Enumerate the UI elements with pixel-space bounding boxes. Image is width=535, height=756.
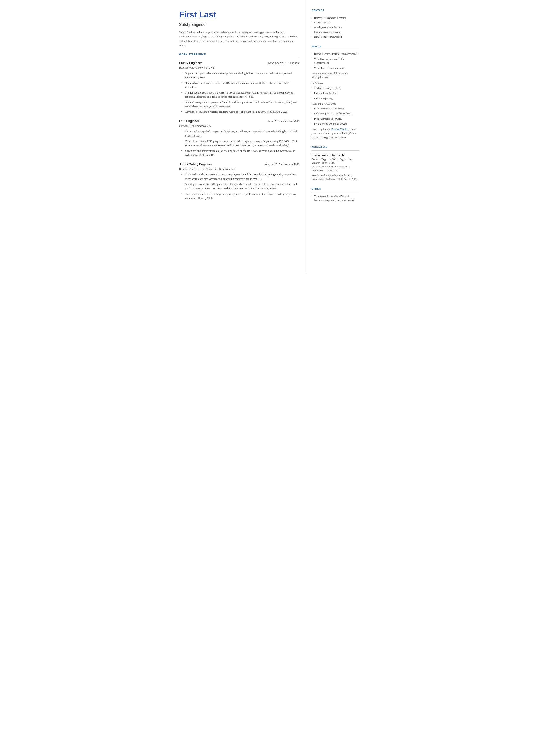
promo-text: Don't forget to use Resume Worded to sca…	[312, 127, 359, 140]
job-block-2: HSE Engineer June 2013 – October 2015 Gr…	[179, 119, 300, 157]
job-bullets-3: Evaluated ventilation systems to lessen …	[179, 173, 300, 200]
bullet-2-2: Ensured that annual HSE programs were in…	[182, 139, 300, 148]
edu-award-2: Occupational Health and Safety Award (20…	[312, 177, 359, 181]
job-block-3: Junior Safety Engineer August 2010 – Jan…	[179, 162, 300, 200]
contact-item-phone: +1-234-456-789	[312, 21, 359, 25]
job-title-1: Safety Engineer	[179, 61, 202, 65]
education-section-title: EDUCATION	[312, 146, 359, 149]
promo-prefix: Don't forget to use	[312, 127, 331, 130]
contact-item-location: Denver, OH (Open to Remote)	[312, 16, 359, 20]
bullet-3-2: Investigated accidents and implemented c…	[182, 182, 300, 191]
resume-worded-link[interactable]: Resume Worded	[331, 127, 348, 130]
job-company-2: Growthsi, San Francisco, CA	[179, 124, 300, 128]
other-section-title: OTHER	[312, 187, 359, 191]
tool-4: Reliability information software.	[312, 122, 359, 126]
tools-label: Tools and Frameworks:	[312, 102, 359, 106]
other-divider	[312, 192, 359, 192]
edu-major: Major in Public Health.	[312, 161, 359, 165]
technique-3: Incident reporting.	[312, 97, 359, 100]
job-title-3: Junior Safety Engineer	[179, 162, 212, 167]
edu-location-date: Boston, MA — May 2009	[312, 169, 359, 172]
edu-degree: Bachelor Degree in Safety Engineering.	[312, 157, 359, 161]
skill-item-3: Visual hazard communication.	[312, 66, 359, 70]
job-bullets-2: Developed and applied company safety pla…	[179, 129, 300, 157]
skill-item-1: Hidden hazards identification (Advanced)…	[312, 52, 359, 56]
technique-2: Incident investigation.	[312, 91, 359, 95]
technique-1: Job hazard analysis (JHA)	[312, 86, 359, 90]
job-dates-1: November 2015 – Present	[268, 61, 300, 65]
bullet-1-3: Maintained the ISO 14001 and OHSAS 18001…	[182, 91, 300, 99]
tools-list: Root cause analysis software. Safety int…	[312, 106, 359, 126]
job-dates-2: June 2013 – October 2015	[268, 119, 299, 124]
bullet-1-5: Developed recycling programs reducing wa…	[182, 110, 300, 114]
job-header-1: Safety Engineer November 2015 – Present	[179, 61, 300, 65]
other-section: OTHER Volunteered in the Waste4Warmth hu…	[312, 187, 359, 203]
education-block: Resume Worded University Bachelor Degree…	[312, 153, 359, 181]
tool-2: Safety integrity level software (SIL).	[312, 112, 359, 116]
contact-item-github: github.com/resumeworded	[312, 35, 359, 39]
job-company-3: Resume Worded Exciting Company, New York…	[179, 167, 300, 171]
edu-award-1: Awards: Workplace Safety Award (2012).	[312, 174, 359, 177]
candidate-summary: Safety Engineer with nine years of exper…	[179, 30, 300, 47]
candidate-name: First Last	[179, 9, 300, 21]
skills-section-title: SKILLS	[312, 45, 359, 48]
job-dates-3: August 2010 – January 2013	[265, 162, 300, 167]
skills-divider	[312, 49, 359, 50]
other-item-1: Volunteered in the Waste4Warmth humanita…	[312, 194, 359, 203]
left-column: First Last Safety Engineer Safety Engine…	[171, 0, 306, 274]
job-header-3: Junior Safety Engineer August 2010 – Jan…	[179, 162, 300, 167]
edu-minors: Minors in Environmental Assessment.	[312, 165, 359, 169]
contact-list: Denver, OH (Open to Remote) +1-234-456-7…	[312, 16, 359, 39]
recruiter-note: Recruiter note: enter skills from job de…	[312, 72, 359, 79]
bullet-1-2: Reduced plant ergonomics issues by 40% b…	[182, 81, 300, 90]
contact-item-email: email@resumeworded.com	[312, 25, 359, 29]
work-experience-section-title: WORK EXPERIENCE	[179, 53, 300, 56]
contact-item-linkedin: linkedin.com/in/username	[312, 30, 359, 34]
bullet-2-3: Organized and administered on-job traini…	[182, 149, 300, 157]
techniques-list: Job hazard analysis (JHA) Incident inves…	[312, 86, 359, 100]
bullet-3-1: Evaluated ventilation systems to lessen …	[182, 173, 300, 181]
contact-section: CONTACT Denver, OH (Open to Remote) +1-2…	[312, 9, 359, 39]
contact-divider	[312, 14, 359, 14]
job-bullets-1: Implemented preventive maintenance progr…	[179, 71, 300, 114]
bullet-1-1: Implemented preventive maintenance progr…	[182, 71, 300, 80]
tool-1: Root cause analysis software.	[312, 106, 359, 110]
contact-section-title: CONTACT	[312, 9, 359, 12]
bullet-3-3: Developed and delivered training in oper…	[182, 192, 300, 200]
candidate-title: Safety Engineer	[179, 22, 300, 28]
skills-section: SKILLS Hidden hazards identification (Ad…	[312, 45, 359, 140]
resume-page: First Last Safety Engineer Safety Engine…	[171, 0, 365, 274]
right-column: CONTACT Denver, OH (Open to Remote) +1-2…	[306, 0, 365, 274]
job-title-2: HSE Engineer	[179, 119, 199, 124]
bullet-1-4: Initiated safety training programs for a…	[182, 100, 300, 109]
edu-school: Resume Worded University	[312, 153, 359, 157]
skill-item-2: Verbal hazard communication (Experienced…	[312, 57, 359, 65]
job-company-1: Resume Worded, New York, NY	[179, 66, 300, 70]
education-section: EDUCATION Resume Worded University Bache…	[312, 146, 359, 181]
techniques-label: Techniques:	[312, 81, 359, 85]
main-skills-list: Hidden hazards identification (Advanced)…	[312, 52, 359, 70]
job-block-1: Safety Engineer November 2015 – Present …	[179, 61, 300, 114]
bullet-2-1: Developed and applied company safety pla…	[182, 129, 300, 138]
job-header-2: HSE Engineer June 2013 – October 2015	[179, 119, 300, 124]
tool-3: Incident tracking software.	[312, 117, 359, 121]
